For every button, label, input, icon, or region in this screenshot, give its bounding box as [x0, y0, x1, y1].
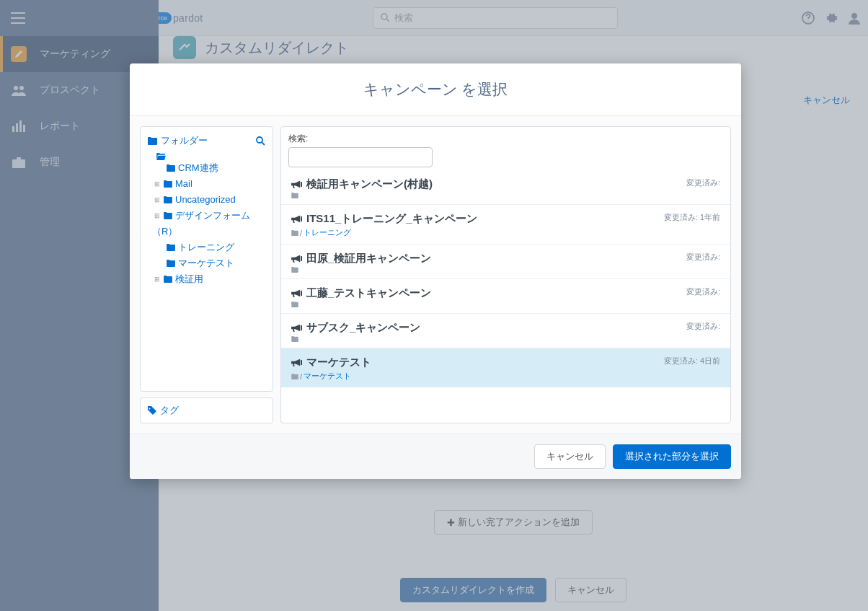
modal-cancel-button[interactable]: キャンセル — [534, 444, 606, 469]
folder-icon — [164, 196, 172, 203]
campaign-result-item[interactable]: ITS11_トレーニング_キャンペーン / トレーニング変更済み: 1年前 — [281, 204, 730, 244]
folder-icon — [291, 336, 298, 342]
campaign-result-item[interactable]: サブスク_キャンペーン変更済み: — [281, 313, 730, 348]
folder-icon — [291, 230, 298, 236]
campaign-result-item[interactable]: 工藤_テストキャンペーン変更済み: — [281, 278, 730, 313]
folder-icon — [291, 193, 298, 198]
tree-item-wrap: （R） — [146, 224, 267, 239]
bullhorn-icon — [291, 254, 302, 263]
folder-icon — [291, 267, 298, 273]
tree-root-open[interactable] — [146, 153, 267, 160]
bullhorn-icon — [291, 180, 302, 189]
bullhorn-icon — [291, 323, 302, 333]
search-label: 検索: — [288, 133, 308, 144]
bullhorn-icon — [291, 289, 302, 298]
tree-item[interactable]: CRM連携 — [146, 160, 267, 176]
campaign-title: 検証用キャンペーン(村越) — [306, 177, 433, 191]
campaign-result-list[interactable]: 検証用キャンペーン(村越)変更済み:ITS11_トレーニング_キャンペーン / … — [281, 170, 730, 423]
folder-icon — [164, 180, 172, 188]
campaign-result-item[interactable]: マーケテスト / マーケテスト変更済み: 4日前 — [281, 348, 730, 387]
campaign-title: ITS11_トレーニング_キャンペーン — [306, 212, 477, 226]
folder-root[interactable]: フォルダー — [148, 134, 208, 147]
folder-icon — [167, 244, 175, 251]
tree-item[interactable]: ⊞デザインフォーム — [146, 208, 267, 224]
campaign-title: 工藤_テストキャンペーン — [306, 286, 431, 300]
campaign-title: 田原_検証用キャンペーン — [306, 252, 431, 265]
tree-item[interactable]: ⊞Uncategorized — [146, 192, 267, 208]
campaign-path[interactable]: マーケテスト — [304, 371, 351, 382]
bullhorn-icon — [291, 358, 302, 367]
campaign-meta: 変更済み: — [686, 177, 720, 188]
folder-icon — [148, 137, 157, 145]
expand-icon[interactable]: ⊞ — [154, 208, 161, 224]
folder-icon — [167, 164, 175, 172]
folder-tree: フォルダー CRM連携⊞Mail⊞Uncategorized⊞デザインフォーム（… — [140, 126, 273, 392]
campaign-title: マーケテスト — [306, 356, 371, 369]
folder-open-icon — [156, 153, 166, 160]
svg-point-11 — [257, 137, 262, 143]
campaign-path[interactable]: トレーニング — [304, 227, 351, 238]
expand-icon[interactable]: ⊞ — [154, 176, 161, 192]
campaign-meta: 変更済み: — [686, 252, 720, 263]
campaign-result-item[interactable]: 検証用キャンペーン(村越)変更済み: — [281, 170, 730, 204]
folder-icon — [291, 302, 298, 307]
folder-icon — [164, 276, 172, 283]
campaign-meta: 変更済み: 4日前 — [664, 356, 720, 366]
folder-icon — [291, 374, 298, 379]
campaign-select-modal: キャンペーン を選択 フォルダー CRM連携⊞Mail⊞Uncategorize… — [130, 63, 741, 479]
modal-title: キャンペーン を選択 — [130, 63, 741, 116]
campaign-result-item[interactable]: 田原_検証用キャンペーン変更済み: — [281, 244, 730, 278]
campaign-meta: 変更済み: — [686, 321, 720, 332]
tree-item[interactable]: ⊞Mail — [146, 176, 267, 192]
tag-icon — [148, 406, 156, 415]
folder-icon — [167, 260, 175, 267]
expand-icon[interactable]: ⊞ — [154, 192, 161, 208]
tags-box[interactable]: タグ — [140, 397, 273, 423]
campaign-title: サブスク_キャンペーン — [306, 321, 420, 335]
expand-icon[interactable]: ⊞ — [154, 271, 161, 287]
modal-select-button[interactable]: 選択された部分を選択 — [613, 444, 731, 469]
campaign-meta: 変更済み: 1年前 — [664, 212, 720, 223]
folder-icon — [164, 212, 172, 219]
tree-item[interactable]: トレーニング — [146, 239, 267, 255]
campaign-meta: 変更済み: — [686, 286, 720, 297]
tree-search-icon[interactable] — [256, 136, 265, 146]
tree-item[interactable]: マーケテスト — [146, 255, 267, 271]
tree-item[interactable]: ⊞検証用 — [146, 271, 267, 287]
campaign-search-input[interactable] — [288, 147, 433, 167]
bullhorn-icon — [291, 214, 302, 224]
